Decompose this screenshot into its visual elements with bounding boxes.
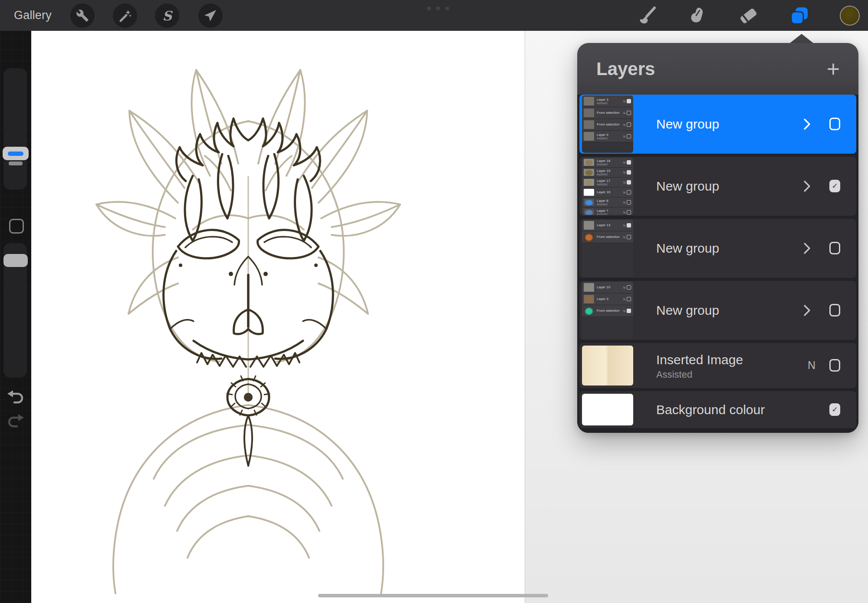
mini-layer-subtitle: Assisted [597, 163, 610, 166]
layer-group-row[interactable]: Layer 18AssistedNLayer 19AssistedNLayer … [579, 157, 856, 216]
active-color-swatch [840, 6, 860, 26]
drawing-canvas[interactable] [31, 31, 525, 603]
transform-arrow-icon [204, 9, 217, 22]
mini-layer-thumbnail [584, 132, 594, 141]
layer-thumbnail: Layer 10NLayer 3NFrom selectionN [582, 282, 633, 339]
selection-s-icon: S [162, 8, 172, 23]
mini-blend-mode-label: N [623, 112, 625, 115]
redo-button[interactable] [6, 412, 25, 432]
layer-title: New group [656, 303, 719, 318]
procreate-app: { "topbar": { "gallery_label": "Gallery"… [0, 0, 868, 603]
brush-icon [637, 6, 656, 25]
layers-panel-header: Layers + [577, 43, 858, 95]
layer-group-row[interactable]: Layer 3AssistedNFrom selectionNFrom sele… [579, 95, 856, 154]
eraser-icon [738, 6, 758, 25]
selection-button[interactable]: S [155, 3, 179, 28]
mini-layer-thumbnail [584, 120, 594, 129]
layers-tool-button[interactable] [786, 0, 813, 31]
layer-title: New group [656, 117, 719, 132]
brush-tool-button[interactable] [633, 0, 661, 31]
mini-layer-thumbnail [584, 159, 594, 166]
layer-visibility-checkbox[interactable] [829, 118, 840, 130]
mini-layer-label: Layer 17 [597, 179, 610, 183]
mini-layer-text: Layer 3Assisted [597, 98, 608, 105]
mini-layer-subtitle: Assisted [597, 203, 608, 206]
canvas-artwork [31, 31, 525, 603]
mini-layer-subtitle: Assisted [597, 213, 608, 215]
window-handle-dots[interactable] [427, 7, 449, 10]
mini-visibility-checkbox [627, 170, 631, 175]
magic-wand-icon [118, 9, 132, 23]
mini-visibility-checkbox [627, 180, 631, 185]
mini-blend-mode-label: N [623, 201, 625, 204]
brush-size-slider[interactable] [3, 68, 27, 190]
add-layer-button[interactable]: + [823, 59, 844, 79]
mini-layer-thumbnail [584, 97, 594, 105]
wrench-icon [76, 9, 89, 22]
mini-layer-thumbnail [584, 306, 594, 315]
color-swatch-button[interactable] [836, 0, 864, 31]
mini-layer-row: Layer 19AssistedN [582, 168, 633, 178]
adjustments-button[interactable] [113, 3, 137, 28]
mini-layer-row: Layer 3AssistedN [582, 96, 633, 107]
mini-layer-text: Layer 17Assisted [597, 179, 610, 186]
mini-visibility-checkbox [627, 235, 631, 239]
smudge-tool-button[interactable] [682, 0, 710, 31]
mini-visibility-checkbox [627, 297, 631, 301]
mini-blend-mode-label: N [623, 286, 625, 289]
undo-button[interactable] [6, 389, 25, 408]
layer-visibility-checkbox[interactable]: ✓ [829, 180, 840, 192]
group-expand-chevron[interactable] [804, 181, 810, 192]
layer-visibility-checkbox[interactable] [829, 304, 840, 316]
mini-layer-text: Layer 16 [597, 190, 610, 194]
erase-tool-button[interactable] [734, 0, 762, 31]
mini-layer-label: Layer 7 [597, 209, 608, 213]
group-expand-chevron[interactable] [804, 243, 810, 254]
layer-group-row[interactable]: Layer 10NLayer 3NFrom selectionNNew grou… [579, 281, 856, 340]
mini-layer-row: Layer 17AssistedN [582, 178, 633, 188]
mini-layer-label: From selection [597, 122, 619, 126]
mini-layer-thumbnail [584, 283, 594, 292]
mini-blend-mode-label: N [623, 224, 625, 227]
mini-layer-text: Layer 8Assisted [597, 199, 608, 206]
mini-layer-row: Layer 10N [582, 282, 633, 293]
brush-size-handle[interactable] [3, 147, 29, 160]
background-layer-row[interactable]: Background colour✓ [579, 391, 856, 428]
mini-layer-thumbnail [584, 221, 594, 230]
popover-arrow [789, 34, 814, 43]
layer-group-row[interactable]: Layer 13NFrom selectionNNew group [579, 219, 856, 278]
layer-row[interactable]: AssistedInserted ImageN [579, 343, 856, 388]
mini-layer-subtitle: Assisted [597, 173, 610, 176]
mini-layer-row: Layer 18AssistedN [582, 158, 633, 168]
transform-button[interactable] [198, 3, 223, 28]
home-indicator[interactable] [318, 594, 548, 597]
gallery-button[interactable]: Gallery [14, 0, 52, 31]
layer-visibility-checkbox[interactable]: ✓ [829, 403, 840, 416]
layer-visibility-checkbox[interactable] [829, 359, 840, 372]
mini-layer-thumbnail [584, 189, 594, 196]
chevron-right-icon [804, 119, 810, 130]
mini-visibility-checkbox [627, 122, 631, 127]
mini-blend-mode-label: N [623, 123, 625, 126]
mini-layer-row: Layer 8AssistedN [582, 198, 633, 208]
mini-layer-label: Layer 9 [597, 133, 608, 137]
layer-subtitle: Assisted [656, 369, 692, 380]
mini-layer-row: From selectionN [582, 231, 633, 243]
layer-visibility-checkbox[interactable] [829, 242, 840, 254]
brush-size-subhandle [9, 161, 23, 165]
group-expand-chevron[interactable] [804, 305, 810, 316]
mini-layer-row: Layer 9AssistedN [582, 131, 633, 142]
mini-layer-text: From selection [597, 122, 619, 126]
mini-visibility-checkbox [627, 285, 631, 290]
actions-button[interactable] [70, 3, 95, 28]
opacity-handle[interactable] [3, 254, 28, 267]
mini-layer-text: From selection [597, 111, 619, 115]
mini-layer-thumbnail [584, 199, 594, 206]
blend-mode-button[interactable]: N [805, 359, 818, 372]
mini-layer-label: From selection [597, 111, 619, 115]
mini-blend-mode-label: N [623, 100, 625, 103]
mini-layer-label: Layer 19 [597, 169, 610, 173]
group-expand-chevron[interactable] [804, 119, 810, 130]
layer-title: Inserted Image [656, 353, 743, 367]
modify-button[interactable] [9, 219, 24, 234]
